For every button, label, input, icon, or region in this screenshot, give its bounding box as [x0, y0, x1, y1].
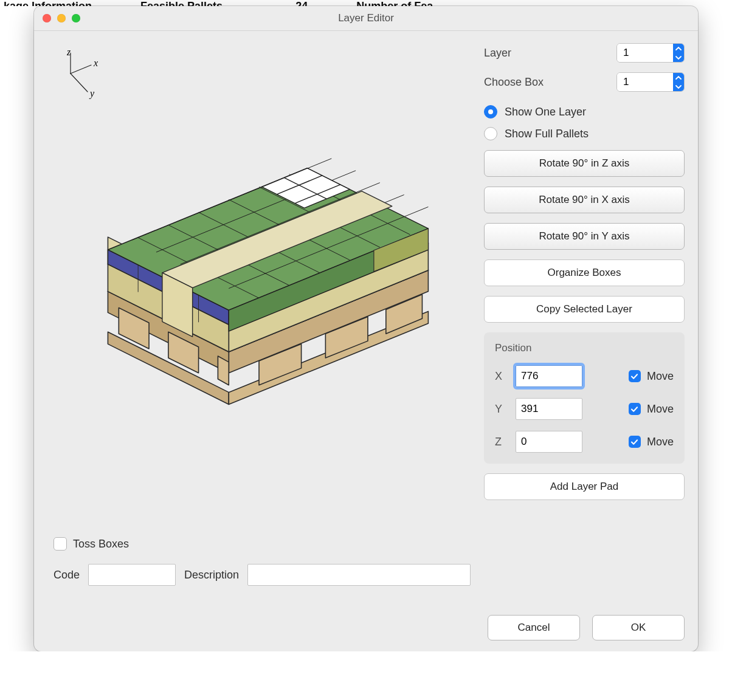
show-full-pallets-radio[interactable]: Show Full Pallets — [484, 127, 685, 140]
description-input[interactable] — [247, 564, 471, 586]
ok-button[interactable]: OK — [592, 615, 685, 640]
controls-panel: Layer Choose Box — [484, 43, 685, 588]
layer-editor-window: Layer Editor z x y — [34, 6, 698, 651]
show-one-layer-radio[interactable]: Show One Layer — [484, 105, 685, 118]
choose-box-spin-buttons[interactable] — [673, 73, 684, 91]
chevron-up-icon[interactable] — [673, 44, 684, 53]
parent-label-3: Number of Fea — [356, 0, 433, 6]
rotate-x-button[interactable]: Rotate 90° in X axis — [484, 187, 685, 213]
position-x-input[interactable] — [516, 365, 582, 387]
axis-x-label: x — [93, 58, 98, 68]
layer-label: Layer — [484, 47, 511, 60]
chevron-up-icon[interactable] — [673, 73, 684, 82]
show-one-layer-label: Show One Layer — [505, 106, 586, 118]
toss-boxes-checkbox[interactable] — [54, 537, 67, 551]
chevron-down-icon[interactable] — [673, 53, 684, 62]
axis-gizmo: z x y — [54, 49, 102, 107]
position-z-input[interactable] — [516, 431, 582, 453]
pallet-3d-view[interactable] — [47, 43, 471, 534]
move-y-checkbox[interactable] — [629, 403, 641, 415]
parent-value-2: 24 — [295, 0, 308, 6]
axis-y-label: y — [89, 88, 95, 99]
add-layer-pad-button[interactable]: Add Layer Pad — [484, 473, 685, 500]
show-full-pallets-label: Show Full Pallets — [505, 128, 589, 140]
position-y-label: Y — [495, 403, 507, 416]
position-header: Position — [495, 342, 674, 354]
axis-z-label: z — [66, 49, 71, 57]
move-x-label: Move — [647, 370, 674, 383]
chevron-down-icon[interactable] — [673, 82, 684, 91]
position-y-input[interactable] — [516, 398, 582, 420]
move-x-checkbox[interactable] — [629, 370, 641, 382]
parent-label-2: Feasible Pallets — [140, 0, 223, 6]
svg-line-2 — [71, 74, 88, 92]
description-label: Description — [184, 569, 239, 582]
titlebar: Layer Editor — [34, 6, 698, 31]
toss-boxes-label: Toss Boxes — [73, 538, 129, 551]
rotate-y-button[interactable]: Rotate 90° in Y axis — [484, 223, 685, 250]
choose-box-stepper[interactable] — [616, 72, 685, 92]
radio-dot-icon — [484, 127, 497, 140]
cancel-button[interactable]: Cancel — [488, 615, 580, 640]
move-z-checkbox[interactable] — [629, 436, 641, 448]
layer-value[interactable] — [617, 44, 673, 62]
layer-stepper[interactable] — [616, 43, 685, 63]
organize-boxes-button[interactable]: Organize Boxes — [484, 259, 685, 286]
position-panel: Position X Move Y — [484, 332, 685, 464]
svg-line-1 — [71, 65, 91, 74]
position-z-label: Z — [495, 436, 507, 448]
rotate-z-button[interactable]: Rotate 90° in Z axis — [484, 150, 685, 177]
window-title: Layer Editor — [34, 12, 698, 24]
position-x-label: X — [495, 370, 507, 383]
move-y-label: Move — [647, 403, 674, 416]
code-input[interactable] — [88, 564, 176, 586]
copy-selected-layer-button[interactable]: Copy Selected Layer — [484, 296, 685, 323]
code-label: Code — [54, 569, 80, 582]
choose-box-value[interactable] — [617, 73, 673, 91]
radio-dot-icon — [484, 105, 497, 118]
move-z-label: Move — [647, 436, 674, 448]
choose-box-label: Choose Box — [484, 76, 544, 89]
parent-window-strip: kage Information Feasible Pallets 24 Num… — [0, 0, 732, 6]
viewport-panel: z x y — [47, 43, 471, 588]
parent-label-1: kage Information — [4, 0, 92, 6]
layer-spin-buttons[interactable] — [673, 44, 684, 62]
